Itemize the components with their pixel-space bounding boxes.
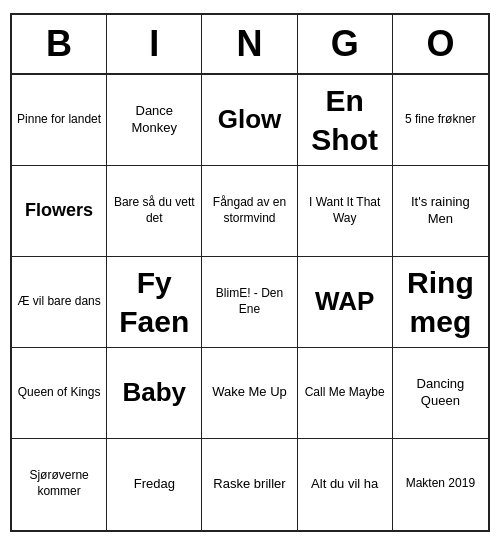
bingo-cell[interactable]: Queen of Kings xyxy=(12,348,107,439)
bingo-cell[interactable]: Fy Faen xyxy=(107,257,202,348)
header-letter: B xyxy=(12,15,107,73)
bingo-cell[interactable]: Pinne for landet xyxy=(12,75,107,166)
cell-text: Glow xyxy=(218,103,282,137)
cell-text: En Shot xyxy=(302,81,388,159)
cell-text: Alt du vil ha xyxy=(311,476,378,493)
bingo-cell[interactable]: Alt du vil ha xyxy=(298,439,393,530)
bingo-header: BINGO xyxy=(12,15,488,75)
bingo-cell[interactable]: Ring meg xyxy=(393,257,488,348)
cell-text: Baby xyxy=(123,376,187,410)
header-letter: G xyxy=(298,15,393,73)
bingo-cell[interactable]: Fredag xyxy=(107,439,202,530)
cell-text: I Want It That Way xyxy=(302,195,388,226)
cell-text: Dance Monkey xyxy=(111,103,197,137)
cell-text: Bare så du vett det xyxy=(111,195,197,226)
bingo-cell[interactable]: Æ vil bare dans xyxy=(12,257,107,348)
cell-text: Call Me Maybe xyxy=(305,385,385,401)
bingo-cell[interactable]: Wake Me Up xyxy=(202,348,297,439)
cell-text: Dancing Queen xyxy=(397,376,484,410)
bingo-cell[interactable]: En Shot xyxy=(298,75,393,166)
cell-text: Fy Faen xyxy=(111,263,197,341)
bingo-cell[interactable]: Glow xyxy=(202,75,297,166)
cell-text: WAP xyxy=(315,285,374,319)
bingo-cell[interactable]: WAP xyxy=(298,257,393,348)
header-letter: N xyxy=(202,15,297,73)
cell-text: Queen of Kings xyxy=(18,385,101,401)
cell-text: Æ vil bare dans xyxy=(17,294,100,310)
cell-text: BlimE! - Den Ene xyxy=(206,286,292,317)
cell-text: Sjørøverne kommer xyxy=(16,468,102,499)
cell-text: Fångad av en stormvind xyxy=(206,195,292,226)
bingo-card: BINGO Pinne for landetDance MonkeyGlowEn… xyxy=(10,13,490,532)
bingo-cell[interactable]: Flowers xyxy=(12,166,107,257)
bingo-grid: Pinne for landetDance MonkeyGlowEn Shot5… xyxy=(12,75,488,530)
bingo-cell[interactable]: It's raining Men xyxy=(393,166,488,257)
bingo-cell[interactable]: Dance Monkey xyxy=(107,75,202,166)
bingo-cell[interactable]: 5 fine frøkner xyxy=(393,75,488,166)
bingo-cell[interactable]: Bare så du vett det xyxy=(107,166,202,257)
bingo-cell[interactable]: Dancing Queen xyxy=(393,348,488,439)
cell-text: Raske briller xyxy=(213,476,285,493)
bingo-cell[interactable]: Sjørøverne kommer xyxy=(12,439,107,530)
cell-text: 5 fine frøkner xyxy=(405,112,476,128)
bingo-cell[interactable]: Raske briller xyxy=(202,439,297,530)
cell-text: Pinne for landet xyxy=(17,112,101,128)
bingo-cell[interactable]: Makten 2019 xyxy=(393,439,488,530)
bingo-cell[interactable]: I Want It That Way xyxy=(298,166,393,257)
cell-text: Flowers xyxy=(25,199,93,222)
bingo-cell[interactable]: Baby xyxy=(107,348,202,439)
cell-text: Makten 2019 xyxy=(406,476,475,492)
cell-text: Fredag xyxy=(134,476,175,493)
cell-text: Wake Me Up xyxy=(212,384,287,401)
header-letter: O xyxy=(393,15,488,73)
cell-text: Ring meg xyxy=(397,263,484,341)
header-letter: I xyxy=(107,15,202,73)
bingo-cell[interactable]: Fångad av en stormvind xyxy=(202,166,297,257)
bingo-cell[interactable]: Call Me Maybe xyxy=(298,348,393,439)
cell-text: It's raining Men xyxy=(397,194,484,228)
bingo-cell[interactable]: BlimE! - Den Ene xyxy=(202,257,297,348)
